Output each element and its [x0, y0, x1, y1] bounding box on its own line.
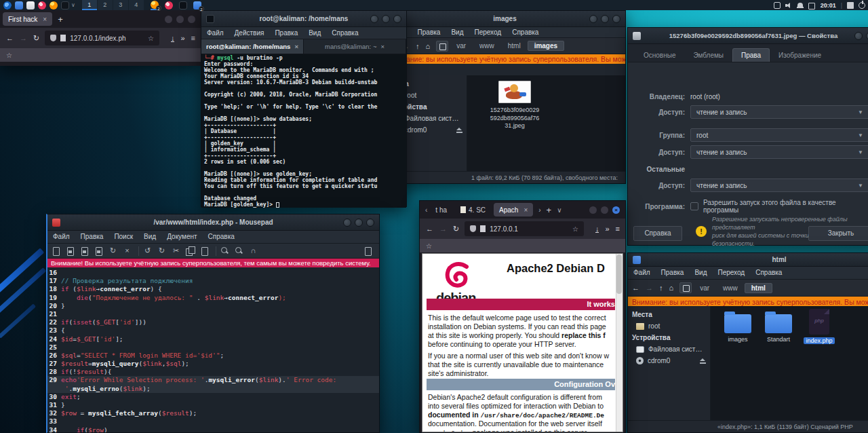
- tab-close-icon[interactable]: ×: [43, 16, 47, 23]
- package-updates-icon[interactable]: [847, 2, 854, 9]
- menu-0[interactable]: Файл: [47, 231, 75, 243]
- forward-button[interactable]: →: [439, 225, 447, 233]
- workspace-2[interactable]: 3: [113, 0, 128, 10]
- titlebar[interactable]: /var/www/html/index.php - Mousepad: [47, 214, 379, 231]
- tab-first-hack[interactable]: First hack ×: [3, 12, 52, 26]
- menu-2[interactable]: Вид: [446, 26, 469, 39]
- display-icon[interactable]: [808, 3, 815, 10]
- close-button[interactable]: [612, 15, 620, 23]
- minimize-button[interactable]: [589, 206, 597, 214]
- back-button[interactable]: ←: [426, 225, 433, 233]
- minimize-button[interactable]: [165, 16, 172, 23]
- maximize-button[interactable]: [601, 15, 609, 23]
- panel-chevron-icon[interactable]: ∨: [71, 2, 75, 8]
- taskbar-firefox-dev[interactable]: [165, 1, 173, 10]
- taskbar-firefox[interactable]: 2: [151, 1, 159, 10]
- owner-access-select[interactable]: чтение и запись ▼: [690, 105, 868, 119]
- tab-screenshot[interactable]: 4. SC: [455, 203, 491, 216]
- open-file-icon[interactable]: [66, 246, 75, 255]
- url-bar[interactable]: 127.0.0.1/index.ph ☆: [45, 31, 159, 45]
- group-access-select[interactable]: чтение и запись ▼: [690, 145, 868, 159]
- workspace-0[interactable]: 1: [82, 0, 97, 10]
- power-icon[interactable]: [859, 2, 865, 9]
- crumb-2[interactable]: html: [745, 283, 772, 293]
- workspace-1[interactable]: 2: [98, 0, 113, 10]
- minimize-button[interactable]: [589, 15, 597, 23]
- tab-2[interactable]: Права: [732, 48, 770, 62]
- menu-0[interactable]: Файл: [201, 27, 229, 39]
- menu-1[interactable]: Правка: [412, 26, 446, 39]
- minimize-button[interactable]: [370, 15, 378, 23]
- maximize-button[interactable]: [176, 16, 184, 23]
- taskbar-files[interactable]: 2: [193, 1, 201, 10]
- file-index-php-tile[interactable]: index.php: [800, 309, 838, 344]
- bookmarks-icon[interactable]: ☆: [6, 52, 12, 59]
- maximize-button[interactable]: [382, 15, 390, 23]
- bookmarks-icon[interactable]: ☆: [426, 242, 432, 250]
- firefox-launcher-icon[interactable]: [50, 1, 58, 10]
- close-button[interactable]: [393, 15, 401, 23]
- tab-partial[interactable]: t ha: [430, 203, 452, 216]
- goto-icon[interactable]: ∩: [249, 246, 258, 255]
- reload-icon[interactable]: ↻: [108, 246, 117, 255]
- volume-icon[interactable]: [785, 2, 792, 9]
- crumb-3[interactable]: images: [528, 41, 564, 51]
- terminal-tab-root[interactable]: root@kaliman: /home/mans ×: [201, 39, 304, 54]
- forward-button[interactable]: →: [646, 284, 653, 292]
- menu-2[interactable]: Правка: [269, 27, 303, 39]
- overflow-menu-icon[interactable]: »: [180, 34, 184, 42]
- folder-standart-tile[interactable]: Standart: [760, 314, 797, 343]
- close-button[interactable]: ×: [612, 206, 620, 214]
- download-icon[interactable]: ↓: [595, 225, 599, 233]
- help-button[interactable]: Справка: [633, 226, 682, 241]
- back-button[interactable]: ←: [6, 34, 14, 42]
- new-tab-button[interactable]: +: [547, 205, 552, 215]
- file-manager-launcher-icon[interactable]: [15, 1, 23, 10]
- menu-2[interactable]: Поиск: [108, 231, 138, 243]
- menu-1[interactable]: Правка: [656, 267, 690, 279]
- crumb-1[interactable]: www: [716, 283, 745, 293]
- hamburger-menu-icon[interactable]: ≡: [191, 34, 195, 42]
- overflow-menu-icon[interactable]: »: [605, 225, 609, 233]
- bookmark-star-icon[interactable]: ☆: [572, 225, 578, 233]
- firefox-dev-launcher-icon[interactable]: [38, 1, 46, 10]
- crumb-2[interactable]: html: [501, 41, 528, 51]
- close-button[interactable]: [188, 16, 195, 23]
- list-tabs-icon[interactable]: ∨: [557, 206, 561, 214]
- menu-3[interactable]: Переход: [469, 26, 507, 39]
- tab-0[interactable]: Основные: [635, 48, 684, 62]
- paste-icon[interactable]: [200, 246, 209, 255]
- back-button[interactable]: ←: [632, 284, 639, 292]
- tab-1[interactable]: Эмблемы: [684, 48, 732, 62]
- titlebar[interactable]: images: [384, 11, 625, 27]
- menu-4[interactable]: Справка: [750, 267, 787, 279]
- home-button[interactable]: ⌂: [669, 284, 674, 292]
- scrollbar-thumb[interactable]: [616, 255, 622, 294]
- fullscreen-icon[interactable]: [363, 246, 372, 255]
- find-icon[interactable]: [220, 246, 229, 255]
- redo-icon[interactable]: ↻: [157, 246, 166, 255]
- maximize-button[interactable]: [601, 206, 608, 214]
- new-file-icon[interactable]: [52, 246, 60, 255]
- kali-logo-icon[interactable]: [3, 1, 12, 10]
- menu-2[interactable]: Вид: [689, 267, 712, 279]
- tab-apache[interactable]: Apach ×: [494, 203, 533, 216]
- menu-4[interactable]: Справка: [326, 27, 363, 39]
- up-button[interactable]: ↑: [659, 284, 663, 292]
- shade-button[interactable]: [854, 32, 863, 40]
- download-icon[interactable]: ↓: [171, 35, 175, 42]
- tab-close-icon[interactable]: ×: [294, 43, 298, 50]
- allow-execute-checkbox[interactable]: [690, 202, 698, 210]
- titlebar[interactable]: root@kaliman: /home/mans: [201, 11, 406, 27]
- crumb-0[interactable]: var: [693, 283, 716, 293]
- close-button[interactable]: [366, 219, 374, 227]
- menu-3[interactable]: Переход: [712, 267, 750, 279]
- terminal-output[interactable]: └─# mysql -u buratino -pEnter password: …: [201, 54, 406, 208]
- location-icon[interactable]: [679, 282, 692, 293]
- group-select[interactable]: root ▼: [690, 128, 868, 142]
- up-button[interactable]: ↑: [416, 42, 420, 50]
- find-replace-icon[interactable]: [235, 246, 243, 255]
- file-jpeg-tile[interactable]: 15276b3f09e0029 592db899056af76 31.jpeg: [479, 81, 550, 130]
- hamburger-menu-icon[interactable]: ≡: [616, 225, 620, 233]
- screenshot-tool-icon[interactable]: [61, 1, 69, 10]
